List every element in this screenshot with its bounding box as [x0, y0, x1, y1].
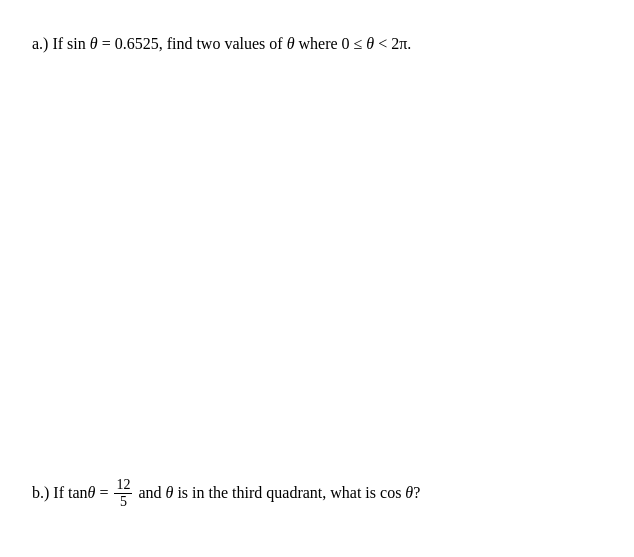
theta-a1: θ — [86, 35, 98, 52]
fraction-12-5: 12 5 — [114, 477, 132, 509]
question-b-and: and — [138, 480, 161, 506]
theta-a3: θ — [366, 35, 374, 52]
question-a: a.) If sin θ = 0.6525, find two values o… — [32, 32, 602, 56]
question-a-text: If sin θ = 0.6525, find two values of θ … — [52, 35, 411, 52]
theta-a2: θ — [287, 35, 295, 52]
fraction-denominator: 5 — [118, 494, 129, 509]
question-b-label: b.) — [32, 480, 49, 506]
question-a-label: a.) — [32, 35, 48, 52]
theta-b3: θ — [405, 480, 413, 506]
question-b: b.) If tanθ = 12 5 and θ is in the third… — [32, 477, 420, 509]
theta-b1: θ — [88, 480, 96, 506]
fraction-numerator: 12 — [114, 477, 132, 493]
page-container: a.) If sin θ = 0.6525, find two values o… — [0, 0, 634, 557]
theta-b2: θ — [166, 480, 174, 506]
